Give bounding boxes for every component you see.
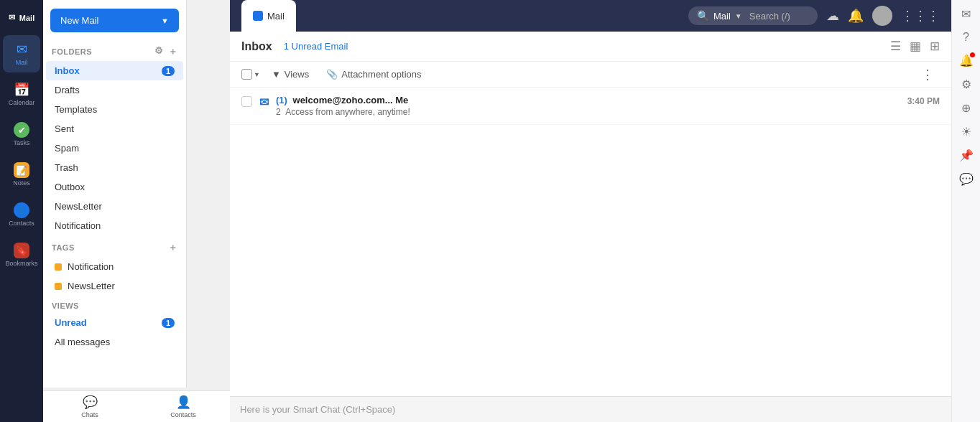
card-view-icon[interactable]: ▦ xyxy=(910,39,921,54)
rp-settings-icon[interactable]: ⚙ xyxy=(961,78,971,91)
contacts-icon: 👤 xyxy=(14,202,29,218)
rail-item-bookmarks[interactable]: 🔖 Bookmarks xyxy=(3,236,40,273)
rp-pin-icon[interactable]: 📌 xyxy=(959,149,974,162)
folder-newsletter-left: NewsLetter xyxy=(55,201,102,212)
bell-icon[interactable]: 🔔 xyxy=(848,8,864,24)
tag-notification-dot xyxy=(55,263,62,271)
tags-add-icon[interactable]: ＋ xyxy=(168,241,178,254)
rp-addon-icon[interactable]: ⊕ xyxy=(961,101,971,115)
views-section-header: VIEWS xyxy=(43,296,186,313)
folder-notification[interactable]: Notification xyxy=(46,216,183,235)
top-bar: Mail 🔍 Mail ▼ Search (/) ☁ 🔔 ⋮⋮⋮ xyxy=(230,0,951,32)
mail-tab[interactable]: Mail xyxy=(241,0,296,32)
mail-logo-icon: ✉ xyxy=(9,13,15,22)
search-placeholder: Search (/) xyxy=(749,11,790,22)
email-snippet-text: Access from anywhere, anytime! xyxy=(285,107,410,117)
folder-newsletter-label: NewsLetter xyxy=(55,201,102,212)
view-all-messages[interactable]: All messages xyxy=(46,332,183,352)
bottom-bar-contacts[interactable]: 👤 Contacts xyxy=(137,391,230,422)
rp-help-icon[interactable]: ? xyxy=(963,31,969,44)
search-scope-label: Mail xyxy=(713,11,731,22)
folders-settings-icon[interactable]: ⚙ xyxy=(154,45,164,58)
sidebar: New Mail ▼ FOLDERS ⚙ ＋ Inbox 1 Drafts Te… xyxy=(43,0,187,388)
grid-icon[interactable]: ⋮⋮⋮ xyxy=(901,8,940,24)
folder-sent[interactable]: Sent xyxy=(46,119,183,139)
folder-outbox[interactable]: Outbox xyxy=(46,177,183,197)
unread-email-badge[interactable]: 1 Unread Email xyxy=(284,41,348,52)
bottom-bar-chats[interactable]: 💬 Chats xyxy=(43,391,137,422)
columns-view-icon[interactable]: ⊞ xyxy=(930,39,940,54)
checkbox-icon xyxy=(241,69,252,80)
view-unread-badge: 1 xyxy=(162,318,175,328)
folders-add-icon[interactable]: ＋ xyxy=(168,45,178,58)
folder-outbox-label: Outbox xyxy=(55,182,85,192)
rail-item-contacts[interactable]: 👤 Contacts xyxy=(3,196,40,233)
rail-item-mail[interactable]: ✉ Mail xyxy=(3,35,40,72)
email-time: 3:40 PM xyxy=(907,96,940,106)
rail-label-contacts: Contacts xyxy=(9,220,34,227)
tag-newsletter-left: NewsLetter xyxy=(55,281,115,291)
rail-item-tasks[interactable]: ✔ Tasks xyxy=(3,116,40,153)
email-sender: (1) welcome@zoho.com... Me xyxy=(276,95,900,106)
bottom-contacts-label: Contacts xyxy=(170,411,196,418)
rp-chat-icon[interactable]: 💬 xyxy=(959,172,974,186)
view-unread[interactable]: Unread 1 xyxy=(46,313,183,332)
rp-theme-icon[interactable]: ☀ xyxy=(961,125,971,139)
folder-newsletter[interactable]: NewsLetter xyxy=(46,197,183,216)
views-button[interactable]: ▼ Views xyxy=(266,66,315,83)
smart-chat-bar[interactable]: Here is your Smart Chat (Ctrl+Space) xyxy=(230,396,951,422)
tags-actions: ＋ xyxy=(168,241,178,254)
sidebar-wrapper: New Mail ▼ FOLDERS ⚙ ＋ Inbox 1 Drafts Te… xyxy=(43,0,230,422)
tag-newsletter[interactable]: NewsLetter xyxy=(46,276,183,296)
search-scope-arrow: ▼ xyxy=(735,12,742,20)
table-row[interactable]: ✉ (1) welcome@zoho.com... Me 2 Access fr… xyxy=(230,88,951,125)
rp-message-icon[interactable]: ✉ xyxy=(961,7,971,21)
folder-templates[interactable]: Templates xyxy=(46,100,183,119)
folder-trash[interactable]: Trash xyxy=(46,158,183,177)
tasks-icon: ✔ xyxy=(14,122,29,138)
new-mail-button[interactable]: New Mail ▼ xyxy=(50,9,179,32)
app-logo: ✉ Mail xyxy=(0,7,43,32)
views-label: Views xyxy=(285,69,309,80)
cloud-icon[interactable]: ☁ xyxy=(826,8,839,24)
search-bar[interactable]: 🔍 Mail ▼ Search (/) xyxy=(688,6,818,25)
more-options-button[interactable]: ⋮ xyxy=(915,67,940,83)
mail-envelope-icon: ✉ xyxy=(259,96,269,108)
rp-notification-icon[interactable]: 🔔 xyxy=(959,54,974,67)
rail-label-mail: Mail xyxy=(16,59,28,66)
list-view-icon[interactable]: ☰ xyxy=(890,39,901,54)
chats-icon: 💬 xyxy=(83,395,98,410)
filter-icon: ▼ xyxy=(272,69,281,80)
email-list: ✉ (1) welcome@zoho.com... Me 2 Access fr… xyxy=(230,88,951,396)
attachment-label: Attachment options xyxy=(341,69,421,80)
select-all-checkbox[interactable]: ▼ xyxy=(241,69,260,80)
new-mail-chevron-icon: ▼ xyxy=(161,17,169,25)
rail-label-notes: Notes xyxy=(13,179,30,187)
folder-inbox[interactable]: Inbox 1 xyxy=(46,61,183,80)
folder-drafts[interactable]: Drafts xyxy=(46,80,183,100)
mail-tab-label: Mail xyxy=(267,11,285,22)
main-content: Mail 🔍 Mail ▼ Search (/) ☁ 🔔 ⋮⋮⋮ Inbox 1… xyxy=(230,0,951,422)
user-avatar[interactable] xyxy=(872,6,892,26)
tag-notification[interactable]: Notification xyxy=(46,257,183,276)
inbox-title: Inbox xyxy=(241,40,272,53)
rail-label-bookmarks: Bookmarks xyxy=(5,260,37,267)
attachment-options-button[interactable]: 📎 Attachment options xyxy=(320,66,427,83)
rail-item-notes[interactable]: 📝 Notes xyxy=(3,156,40,193)
folder-inbox-label: Inbox xyxy=(55,65,80,76)
folder-notification-left: Notification xyxy=(55,220,101,231)
bottom-bar: 💬 Chats 👤 Contacts xyxy=(43,390,230,422)
folder-inbox-badge: 1 xyxy=(162,66,175,76)
folders-actions: ⚙ ＋ xyxy=(154,45,177,58)
email-checkbox[interactable] xyxy=(241,96,252,107)
folder-spam[interactable]: Spam xyxy=(46,139,183,158)
email-body: (1) welcome@zoho.com... Me 2 Access from… xyxy=(276,95,900,117)
content-header-left: Inbox 1 Unread Email xyxy=(241,40,348,53)
rail-label-tasks: Tasks xyxy=(13,139,29,146)
rail-label-calendar: Calendar xyxy=(9,99,35,106)
smart-chat-placeholder: Here is your Smart Chat (Ctrl+Space) xyxy=(240,404,395,415)
email-snippet-num: 2 xyxy=(276,107,281,117)
content-header-right: ☰ ▦ ⊞ xyxy=(890,39,940,54)
folder-drafts-left: Drafts xyxy=(55,85,80,95)
rail-item-calendar[interactable]: 📅 Calendar xyxy=(3,75,40,113)
